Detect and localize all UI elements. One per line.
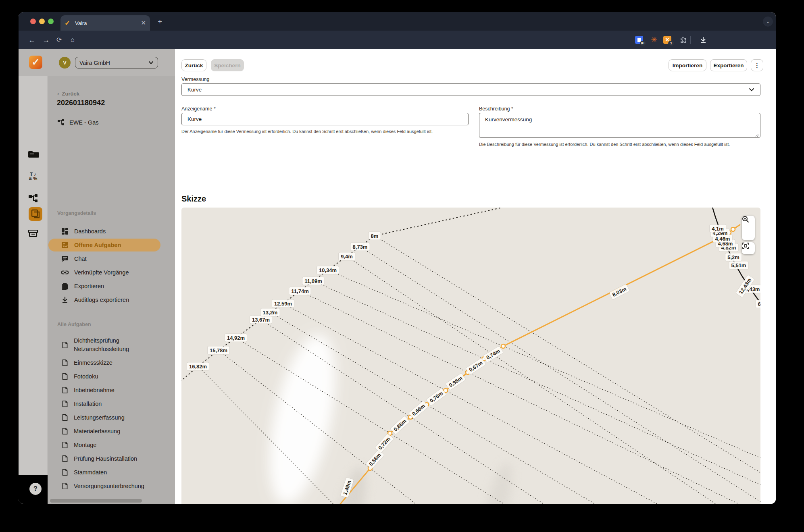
task-item-label: Montage	[74, 441, 96, 449]
org-avatar: V	[59, 57, 71, 69]
doc-icon	[62, 372, 69, 380]
doc-icon	[62, 341, 69, 349]
doc-icon	[62, 441, 69, 449]
import-button[interactable]: Importieren	[669, 59, 706, 71]
downloads-icon[interactable]	[699, 36, 707, 44]
project-row[interactable]: EWE - Gas	[57, 118, 99, 127]
process-steps-icon	[29, 207, 42, 221]
chevron-down-icon	[148, 61, 154, 64]
dashboard-icon	[61, 227, 69, 235]
fit-bounds-button[interactable]	[742, 242, 755, 254]
task-item-dichtheitspr-fung[interactable]: Dichtheitsprüfung Netzanschlussleitung	[48, 334, 175, 356]
task-item-stammdaten[interactable]: Stammdaten	[48, 466, 175, 479]
task-item-installation[interactable]: Installation	[48, 397, 175, 411]
back-button[interactable]: Zurück	[181, 59, 206, 71]
forward-icon[interactable]: →	[42, 35, 50, 44]
task-item-label: Installation	[74, 400, 102, 408]
measurement-label: 11,09m	[302, 277, 324, 285]
task-item-einmessskizze[interactable]: Einmessskizze	[48, 356, 175, 370]
sidebar-item-auditlogs-exportieren[interactable]: Auditlogs exportieren	[48, 293, 175, 307]
doc-icon	[62, 359, 69, 367]
save-button[interactable]: Speichern	[211, 59, 244, 71]
zoom-out-button[interactable]	[742, 228, 755, 240]
anzeigename-label: Anzeigename *	[181, 106, 216, 112]
extension-sprocket-icon[interactable]: ✳	[650, 36, 658, 44]
vermessung-select[interactable]: Kurve	[181, 83, 760, 96]
browser-tab[interactable]: ✓ Vaira ✕	[60, 15, 150, 31]
fields-icon[interactable]: T ♪& %	[19, 172, 48, 181]
sidebar-item-dashboards[interactable]: Dashboards	[48, 224, 175, 238]
new-tab-button[interactable]: +	[158, 18, 162, 25]
extensions-puzzle-icon[interactable]	[679, 36, 687, 44]
task-item-label: Prüfung Hausinstallation	[74, 455, 137, 463]
sidebar-item-chat[interactable]: Chat	[48, 252, 175, 266]
extension-orange-badge: 1	[668, 41, 674, 46]
task-item-fotodoku[interactable]: Fotodoku	[48, 370, 175, 383]
help-button[interactable]: ?	[29, 483, 42, 495]
section-vorgangsdetails: Vorgangsdetails	[57, 210, 96, 216]
measurement-label: 8,73m	[351, 243, 370, 251]
doc-icon	[62, 482, 69, 490]
sidebar-item-verkn-pfte-vorg-nge[interactable]: Verknüpfte Vorgänge	[48, 266, 175, 279]
hierarchy-icon[interactable]	[19, 194, 48, 204]
task-item-label: Stammdaten	[74, 468, 107, 477]
measurement-label: 6,86m	[756, 300, 760, 308]
link-icon	[61, 268, 69, 276]
extension-blue-icon[interactable]: 9+	[635, 36, 643, 44]
export-button[interactable]: Exportieren	[710, 59, 747, 71]
vermessung-value: Kurve	[187, 87, 202, 93]
beschreibung-value: Kurvenvermessung	[485, 116, 532, 123]
zoom-window-button[interactable]	[48, 19, 54, 24]
sidebar-panel: ‹ Zurück 202601180942 EWE - Gas Vorgangs…	[48, 76, 175, 504]
folder-icon[interactable]	[19, 150, 48, 158]
extension-blue-badge: 9+	[640, 41, 646, 46]
doc-icon	[62, 414, 69, 422]
beschreibung-textarea[interactable]: Kurvenvermessung	[479, 113, 760, 138]
task-item-versorgungsunterbrechung[interactable]: Versorgungsunterbrechung	[48, 479, 175, 493]
more-actions-button[interactable]: ⋮	[751, 59, 763, 71]
vaira-favicon-icon: ✓	[65, 20, 71, 27]
task-item-materialerfassung[interactable]: Materialerfassung	[48, 424, 175, 438]
sidebar-item-exportieren[interactable]: Exportieren	[48, 279, 175, 293]
tab-close-icon[interactable]: ✕	[141, 19, 146, 27]
sidebar-item-offene-aufgaben[interactable]: Offene Aufgaben	[48, 239, 160, 251]
app-header: ✓ V Vaira GmbH	[19, 49, 175, 76]
fit-bounds-control	[742, 242, 755, 254]
beschreibung-help: Die Beschreibung für diese Vermessung is…	[479, 142, 730, 147]
task-item-inbetriebnahme[interactable]: Inbetriebnahme	[48, 383, 175, 397]
tab-search-icon[interactable]: ⌄	[763, 17, 773, 27]
minimize-window-button[interactable]	[39, 19, 45, 24]
measurement-label: 11,74m	[289, 287, 310, 295]
vermessung-label: Vermessung	[181, 77, 209, 82]
extension-orange-icon[interactable]: ✕ 1	[663, 36, 671, 44]
rail-item-processes-active[interactable]	[29, 207, 42, 221]
sketch-map[interactable]: 16,82m15,78m14,92m13,67m13,2m12,59m11,74…	[181, 208, 760, 504]
task-item-montage[interactable]: Montage	[48, 438, 175, 452]
section-alle-aufgaben: Alle Aufgaben	[57, 322, 91, 327]
task-item-pr-fung-hausinstallation[interactable]: Prüfung Hausinstallation	[48, 452, 175, 466]
organization-select[interactable]: Vaira GmbH	[75, 57, 158, 69]
chat-icon	[61, 255, 69, 263]
reload-icon[interactable]: ⟳	[56, 35, 62, 44]
back-icon[interactable]: ←	[28, 35, 35, 44]
archive-box-icon[interactable]	[19, 229, 48, 238]
doc-icon	[62, 386, 69, 394]
close-window-button[interactable]	[30, 19, 36, 24]
open-tasks-icon	[61, 241, 69, 249]
sidebar-item-label: Auditlogs exportieren	[74, 297, 129, 303]
anzeigename-input[interactable]: Kurve	[181, 113, 469, 125]
anzeigename-value: Kurve	[187, 116, 202, 122]
sidebar-item-label: Dashboards	[74, 228, 106, 235]
resize-handle[interactable]	[755, 133, 759, 137]
home-icon[interactable]: ⌂	[71, 35, 75, 44]
sidebar-item-label: Verknüpfte Vorgänge	[74, 269, 129, 276]
sketch-lines	[181, 208, 760, 504]
vaira-logo[interactable]: ✓	[29, 56, 42, 69]
anzeigename-help: Der Anzeigename für diese Vermessung ist…	[181, 129, 433, 134]
back-link[interactable]: ‹ Zurück	[57, 91, 79, 97]
task-item-leistungserfassung[interactable]: Leistungserfassung	[48, 411, 175, 424]
desktop: ✓ Vaira ✕ + ⌄ ← → ⟳ ⌂ office.vaira.app/o…	[0, 0, 804, 532]
sidebar-horizontal-scrollbar[interactable]	[50, 499, 142, 503]
primary-nav: DashboardsOffene AufgabenChatVerknüpfte …	[48, 224, 175, 307]
measurement-label: 5,51m	[729, 262, 748, 269]
